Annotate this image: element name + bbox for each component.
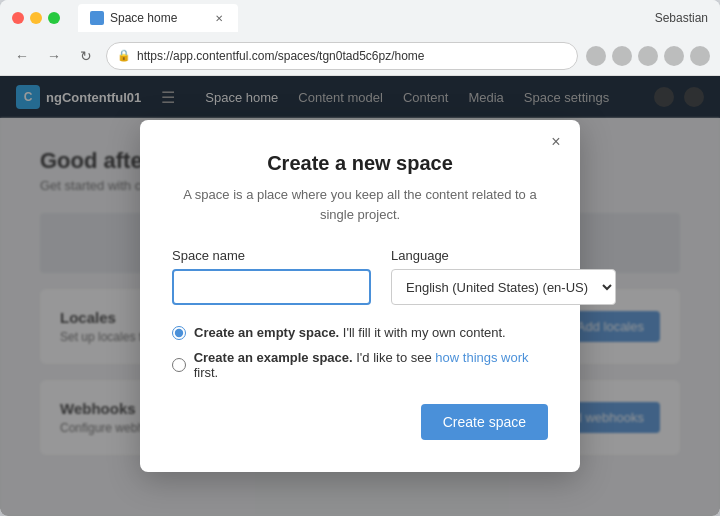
tab-close-button[interactable]: ✕ <box>212 11 226 25</box>
radio-group: Create an empty space. I'll fill it with… <box>172 325 548 380</box>
form-row: Space name Language English (United Stat… <box>172 248 548 305</box>
maximize-window-button[interactable] <box>48 12 60 24</box>
tab-title: Space home <box>110 11 206 25</box>
extension-icon-1[interactable] <box>612 46 632 66</box>
empty-space-radio-item[interactable]: Create an empty space. I'll fill it with… <box>172 325 548 340</box>
browser-titlebar: Space home ✕ Sebastian <box>0 0 720 36</box>
browser-window: Space home ✕ Sebastian ← → ↻ 🔒 https://a… <box>0 0 720 516</box>
tab-favicon <box>90 11 104 25</box>
close-window-button[interactable] <box>12 12 24 24</box>
reload-button[interactable]: ↻ <box>74 44 98 68</box>
browser-user-label: Sebastian <box>655 11 708 25</box>
forward-button[interactable]: → <box>42 44 66 68</box>
back-button[interactable]: ← <box>10 44 34 68</box>
language-group: Language English (United States) (en-US)… <box>391 248 616 305</box>
toolbar-icons <box>586 46 710 66</box>
modal-footer: Create space <box>172 404 548 440</box>
menu-icon[interactable] <box>690 46 710 66</box>
space-name-label: Space name <box>172 248 371 263</box>
empty-space-label: Create an empty space. I'll fill it with… <box>194 325 506 340</box>
minimize-window-button[interactable] <box>30 12 42 24</box>
example-space-label: Create an example space. I'd like to see… <box>194 350 548 380</box>
extension-icon-2[interactable] <box>638 46 658 66</box>
tab-bar: Space home ✕ <box>78 4 647 32</box>
modal-title: Create a new space <box>172 152 548 175</box>
modal-subtitle: A space is a place where you keep all th… <box>172 185 548 224</box>
address-bar[interactable]: 🔒 https://app.contentful.com/spaces/tgn0… <box>106 42 578 70</box>
modal-close-button[interactable]: × <box>546 132 566 152</box>
language-label: Language <box>391 248 616 263</box>
example-space-radio[interactable] <box>172 358 186 372</box>
create-space-button[interactable]: Create space <box>421 404 548 440</box>
space-name-group: Space name <box>172 248 371 305</box>
lock-icon: 🔒 <box>117 49 131 62</box>
create-space-modal: × Create a new space A space is a place … <box>140 120 580 472</box>
language-select[interactable]: English (United States) (en-US) German (… <box>391 269 616 305</box>
traffic-lights <box>12 12 60 24</box>
how-things-work-link[interactable]: how things work <box>435 350 528 365</box>
browser-toolbar: ← → ↻ 🔒 https://app.contentful.com/space… <box>0 36 720 76</box>
bookmark-icon[interactable] <box>586 46 606 66</box>
example-space-radio-item[interactable]: Create an example space. I'd like to see… <box>172 350 548 380</box>
extension-icon-3[interactable] <box>664 46 684 66</box>
modal-overlay: × Create a new space A space is a place … <box>0 76 720 516</box>
address-text: https://app.contentful.com/spaces/tgn0ta… <box>137 49 425 63</box>
empty-space-radio[interactable] <box>172 326 186 340</box>
app-content: C ngContentful01 ☰ Space home Content mo… <box>0 76 720 516</box>
space-name-input[interactable] <box>172 269 371 305</box>
browser-tab[interactable]: Space home ✕ <box>78 4 238 32</box>
